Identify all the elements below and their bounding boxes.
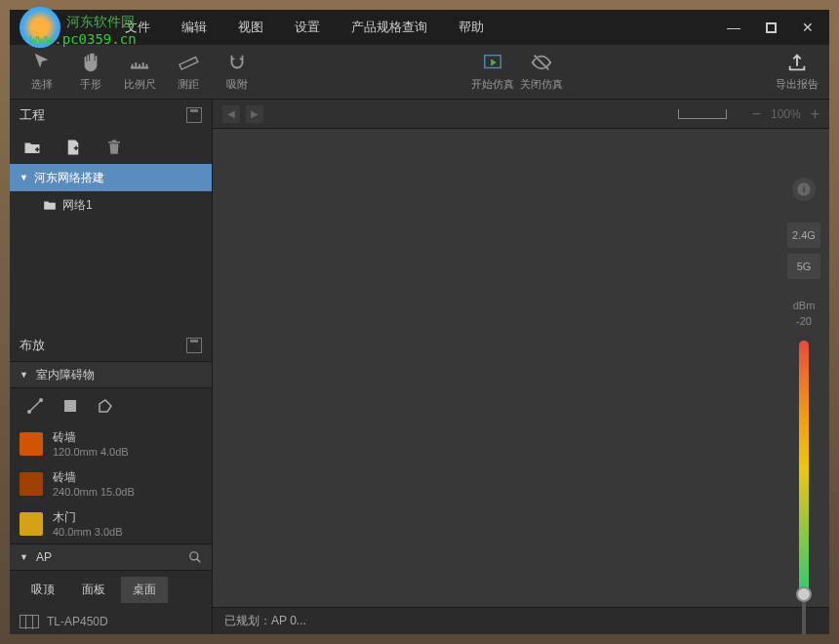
zoom-out-button[interactable]: − (752, 105, 761, 123)
chevron-down-icon: ▼ (20, 173, 28, 182)
tree-root-item[interactable]: ▼ 河东网络搭建 (10, 164, 212, 191)
obstacle-section-header[interactable]: ▼ 室内障碍物 (10, 361, 212, 388)
canvas-toolbar: ◀ ▶ − 100% + (213, 100, 829, 129)
ap-tab-panel[interactable]: 面板 (70, 577, 117, 603)
menu-settings[interactable]: 设置 (289, 15, 326, 40)
export-icon (786, 52, 808, 73)
ruler-icon (129, 52, 150, 73)
svg-point-5 (190, 552, 198, 560)
collapse-panel-icon[interactable] (186, 107, 202, 123)
svg-text:i: i (803, 184, 806, 194)
material-list: 砖墙 120.0mm 4.0dB 砖墙 240.0mm 15.0dB (10, 423, 212, 543)
watermark-url: www.pc0359.cn (29, 31, 137, 47)
hand-icon (80, 52, 101, 73)
menu-view[interactable]: 视图 (232, 15, 269, 40)
new-file-button[interactable] (64, 139, 82, 156)
tool-ruler[interactable]: 比例尺 (115, 48, 164, 96)
ap-section-header[interactable]: ▼ AP (10, 543, 212, 571)
signal-scale: dBm -20 (788, 300, 819, 634)
menu-edit[interactable]: 编辑 (176, 15, 213, 40)
search-icon[interactable] (188, 550, 202, 564)
tree-child-item[interactable]: 网络1 (10, 191, 212, 219)
window-minimize-button[interactable] (722, 16, 745, 39)
window-close-button[interactable] (796, 16, 819, 39)
zoom-in-button[interactable]: + (811, 105, 819, 123)
toolbar: 选择 手形 比例尺 测距 吸附 (10, 45, 829, 100)
svg-rect-0 (180, 57, 198, 69)
magnet-icon (226, 52, 248, 73)
measure-icon (178, 52, 199, 73)
menu-product-spec[interactable]: 产品规格查询 (345, 15, 433, 40)
material-item[interactable]: 砖墙 120.0mm 4.0dB (10, 423, 212, 463)
menu-help[interactable]: 帮助 (453, 15, 490, 40)
statusbar: 已规划：AP 0... (213, 607, 829, 634)
svg-point-2 (27, 410, 31, 414)
scale-indicator (678, 109, 727, 119)
placement-panel-header: 布放 (10, 330, 212, 361)
watermark-cn: 河东软件园 (66, 14, 135, 31)
polygon-tool[interactable] (98, 398, 113, 414)
color-swatch (20, 472, 43, 496)
rect-tool[interactable] (62, 398, 78, 414)
canvas-area: ◀ ▶ − 100% + i 2.4G 5G (213, 100, 829, 634)
project-panel-header: 工程 (10, 100, 212, 131)
eye-off-icon (531, 52, 552, 73)
ap-list-item[interactable]: TL-AP450D (10, 609, 212, 634)
ap-tab-desktop[interactable]: 桌面 (121, 577, 168, 603)
tool-measure[interactable]: 测距 (164, 48, 213, 96)
nav-forward-button[interactable]: ▶ (246, 105, 263, 123)
line-tool[interactable] (27, 398, 43, 414)
signal-slider-handle[interactable] (796, 586, 812, 602)
band-24g-button[interactable]: 2.4G (787, 222, 820, 248)
cursor-icon (31, 52, 53, 73)
main-menu: 文件 编辑 视图 设置 产品规格查询 帮助 (119, 15, 490, 40)
svg-rect-4 (64, 400, 76, 412)
collapse-panel-icon[interactable] (186, 338, 202, 353)
band-5g-button[interactable]: 5G (787, 254, 820, 279)
play-icon (482, 52, 503, 73)
nav-back-button[interactable]: ◀ (222, 105, 240, 123)
canvas[interactable]: i 2.4G 5G dBm -20 (213, 129, 829, 607)
ap-tab-ceiling[interactable]: 吸顶 (20, 577, 66, 603)
window-maximize-button[interactable] (759, 16, 782, 39)
tool-hand[interactable]: 手形 (66, 48, 115, 96)
ap-device-icon (20, 615, 39, 628)
info-button[interactable]: i (792, 178, 816, 201)
color-swatch (20, 432, 43, 456)
placement-panel-title: 布放 (20, 337, 45, 354)
sidebar: 工程 ▼ 河东网络搭建 网络1 (10, 100, 213, 634)
material-item[interactable]: 砖墙 240.0mm 15.0dB (10, 463, 212, 503)
tool-start-sim[interactable]: 开始仿真 (468, 48, 517, 96)
color-swatch (20, 512, 43, 536)
signal-gradient-bar (799, 341, 809, 594)
signal-top-value: -20 (796, 315, 812, 327)
signal-slider-track[interactable] (802, 600, 806, 634)
project-panel-title: 工程 (20, 106, 45, 124)
tool-select[interactable]: 选择 (18, 48, 66, 96)
tool-export[interactable]: 导出报告 (773, 48, 821, 96)
folder-icon (43, 199, 57, 211)
signal-unit-label: dBm (793, 300, 816, 311)
delete-button[interactable] (105, 139, 123, 156)
tool-stop-sim[interactable]: 关闭仿真 (517, 48, 566, 96)
svg-point-3 (39, 398, 43, 402)
chevron-down-icon: ▼ (20, 370, 28, 380)
material-item[interactable]: 木门 40.0mm 3.0dB (10, 503, 212, 543)
zoom-value: 100% (771, 107, 801, 121)
chevron-down-icon: ▼ (20, 552, 28, 562)
tool-snap[interactable]: 吸附 (213, 48, 261, 96)
new-folder-button[interactable] (23, 139, 41, 156)
status-text: 已规划：AP 0... (224, 613, 306, 629)
